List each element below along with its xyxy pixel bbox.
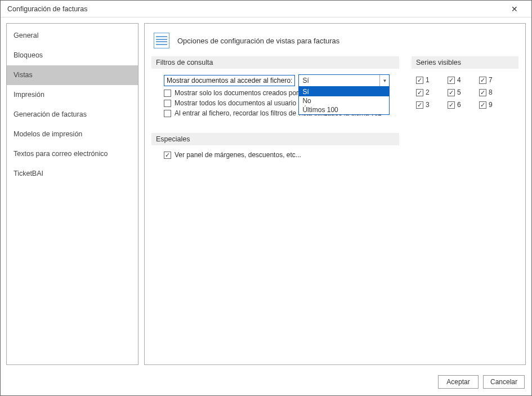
sidebar-item-3[interactable]: Impresión: [7, 85, 138, 105]
window-title: Configuración de facturas: [7, 5, 503, 13]
series-item-4: 4: [448, 74, 477, 86]
sidebar: GeneralBloqueosVistasImpresiónGeneración…: [6, 23, 138, 365]
series-label: 3: [426, 101, 430, 109]
sidebar-item-4[interactable]: Generación de facturas: [7, 105, 138, 124]
series-checkbox-9[interactable]: [479, 101, 486, 109]
sidebar-item-7[interactable]: TicketBAI: [7, 164, 138, 184]
series-label: 4: [457, 76, 461, 84]
dialog-body: GeneralBloqueosVistasImpresiónGeneración…: [1, 17, 531, 371]
series-item-7: 7: [479, 74, 508, 86]
show-docs-dropdown[interactable]: Sí ▼ SíNoÚltimos 100: [298, 74, 390, 87]
document-icon: [154, 33, 169, 48]
section-filters: Filtros de consulta Mostrar documentos a…: [151, 56, 399, 123]
show-docs-dropdown-list: SíNoÚltimos 100: [298, 87, 390, 115]
show-docs-option-0[interactable]: Sí: [299, 87, 389, 96]
series-label: 9: [489, 101, 493, 109]
titlebar: Configuración de facturas ✕: [1, 1, 531, 17]
series-item-5: 5: [448, 87, 477, 98]
show-docs-value: Sí: [302, 77, 309, 84]
column-left: Filtros de consulta Mostrar documentos a…: [151, 56, 399, 164]
section-series: Series visibles 123456789: [412, 56, 518, 110]
show-docs-option-1[interactable]: No: [299, 96, 389, 105]
series-item-9: 9: [479, 99, 508, 110]
series-label: 2: [426, 88, 430, 96]
sidebar-item-2[interactable]: Vistas: [7, 65, 138, 85]
series-checkbox-3[interactable]: [416, 101, 423, 109]
series-label: 5: [457, 88, 461, 96]
series-checkbox-7[interactable]: [479, 77, 486, 84]
series-label: 1: [426, 76, 430, 84]
series-item-1: 1: [416, 74, 445, 86]
all-to-user-label: Mostrar todos los documentos al usuario: [175, 99, 296, 107]
all-to-user-checkbox[interactable]: [164, 100, 171, 107]
sidebar-item-5[interactable]: Modelos de impresión: [7, 124, 138, 144]
series-checkbox-1[interactable]: [416, 77, 423, 84]
close-icon[interactable]: ✕: [503, 5, 526, 14]
series-checkbox-4[interactable]: [448, 77, 455, 84]
section-specials: Especiales Ver panel de márgenes, descue…: [151, 133, 399, 164]
sidebar-item-0[interactable]: General: [7, 26, 138, 46]
page-title: Opciones de configuración de vistas para…: [177, 37, 339, 45]
show-docs-label: Mostrar documentos al acceder al fichero…: [164, 75, 295, 86]
specials-block: Ver panel de márgenes, descuentos, etc..…: [151, 151, 399, 164]
show-docs-option-2[interactable]: Últimos 100: [299, 105, 389, 114]
specials-header: Especiales: [151, 133, 399, 145]
series-item-6: 6: [448, 99, 477, 110]
series-item-3: 3: [416, 99, 445, 110]
page-header: Opciones de configuración de vistas para…: [151, 29, 518, 56]
only-own-label: Mostrar solo los documentos creados por: [175, 89, 298, 97]
series-item-2: 2: [416, 87, 445, 98]
series-checkbox-6[interactable]: [448, 101, 455, 109]
content-panel: Opciones de configuración de vistas para…: [144, 23, 526, 365]
margins-panel-label: Ver panel de márgenes, descuentos, etc..…: [175, 151, 301, 159]
series-label: 7: [489, 76, 493, 84]
dialog-window: Configuración de facturas ✕ GeneralBloqu…: [0, 0, 532, 396]
sidebar-item-6[interactable]: Textos para correo electrónico: [7, 144, 138, 164]
series-checkbox-5[interactable]: [448, 89, 455, 96]
series-checkbox-2[interactable]: [416, 89, 423, 96]
chevron-down-icon: ▼: [379, 75, 389, 86]
margins-panel-checkbox[interactable]: [164, 152, 171, 159]
margins-panel-row: Ver panel de márgenes, descuentos, etc..…: [164, 151, 394, 159]
content-columns: Filtros de consulta Mostrar documentos a…: [151, 56, 518, 164]
remember-filters-checkbox[interactable]: [164, 110, 171, 117]
only-own-checkbox[interactable]: [164, 90, 171, 97]
show-docs-row: Mostrar documentos al acceder al fichero…: [164, 74, 394, 87]
series-grid: 123456789: [412, 74, 518, 110]
sidebar-item-1[interactable]: Bloqueos: [7, 46, 138, 65]
series-item-8: 8: [479, 87, 508, 98]
filters-header: Filtros de consulta: [151, 56, 399, 69]
series-header: Series visibles: [412, 56, 518, 69]
series-label: 6: [457, 101, 461, 109]
dialog-footer: Aceptar Cancelar: [1, 371, 531, 395]
filters-block: Mostrar documentos al acceder al fichero…: [151, 74, 399, 123]
series-checkbox-8[interactable]: [479, 89, 486, 96]
series-label: 8: [489, 88, 493, 96]
accept-button[interactable]: Aceptar: [438, 375, 479, 389]
cancel-button[interactable]: Cancelar: [483, 375, 525, 389]
column-right: Series visibles 123456789: [412, 56, 518, 164]
